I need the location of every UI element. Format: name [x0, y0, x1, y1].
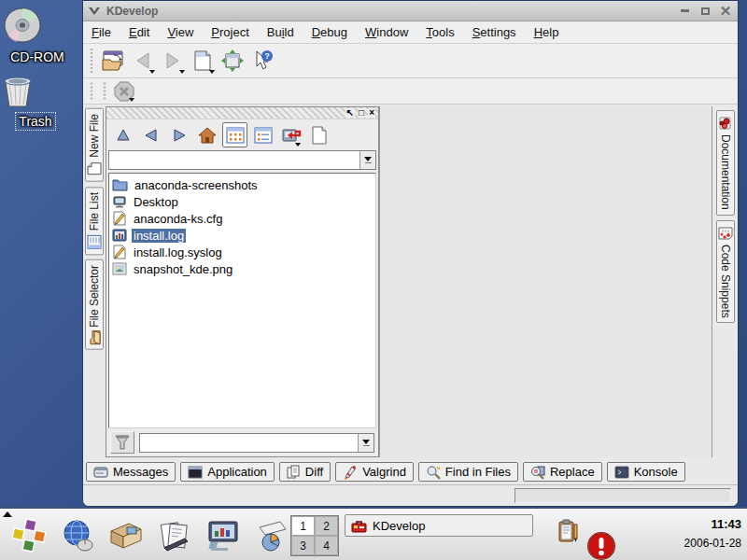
- new-file-button[interactable]: [188, 47, 218, 75]
- menu-file[interactable]: File: [92, 25, 111, 39]
- up-button[interactable]: [110, 122, 135, 147]
- back-button[interactable]: [128, 47, 158, 75]
- clock[interactable]: 11:43 2006-01-28: [684, 517, 741, 550]
- status-indicator-box: [514, 488, 731, 503]
- bottom-tab-messages[interactable]: Messages: [86, 462, 176, 482]
- bottom-tab-find-in-files[interactable]: Find in Files: [418, 462, 518, 482]
- launcher-web-browser[interactable]: [58, 516, 97, 555]
- dock-close-button[interactable]: ×: [368, 108, 375, 118]
- tab-documentation[interactable]: Documentation: [716, 110, 735, 216]
- new-file-tab-icon: [87, 161, 102, 176]
- pager-desktop-4[interactable]: 4: [315, 536, 338, 555]
- file-row[interactable]: snapshot_kde.png: [110, 260, 374, 277]
- maximize-button[interactable]: [698, 5, 712, 18]
- titlebar[interactable]: KDevelop ✕: [83, 1, 738, 21]
- filter-dropdown-button[interactable]: [358, 434, 374, 452]
- forward-button[interactable]: [166, 122, 191, 147]
- detail-view-button[interactable]: [250, 122, 275, 147]
- fullscreen-button[interactable]: [218, 47, 247, 75]
- path-dropdown-button[interactable]: [359, 151, 375, 169]
- tab-label: Messages: [113, 465, 168, 479]
- file-name: Desktop: [132, 195, 180, 209]
- redhat-menu-icon: [11, 518, 47, 553]
- home-button[interactable]: [194, 122, 219, 147]
- file-list-view[interactable]: anaconda-screenshotsDesktopanaconda-ks.c…: [108, 173, 376, 428]
- file-row[interactable]: anaconda-ks.cfg: [110, 210, 374, 227]
- tab-file-selector[interactable]: File Selector: [85, 259, 104, 350]
- menu-build[interactable]: Build: [267, 25, 294, 39]
- dock-header[interactable]: ↖□×: [106, 107, 378, 119]
- launcher-presentation[interactable]: [204, 516, 243, 555]
- launcher-spreadsheet[interactable]: [252, 516, 291, 555]
- path-combobox[interactable]: [108, 150, 376, 170]
- documentation-icon: [718, 116, 733, 131]
- path-input[interactable]: [109, 151, 359, 169]
- sync-folder-button[interactable]: [278, 122, 303, 147]
- pager-desktop-2[interactable]: 2: [315, 516, 338, 536]
- kdevelop-window: KDevelop ✕ FileEditViewProjectBuildDebug…: [82, 0, 739, 507]
- tab-label: File Selector: [88, 265, 101, 328]
- filter-row: [106, 428, 378, 456]
- desktop-icon-cdrom[interactable]: CD-ROM: [2, 7, 73, 65]
- menu-project[interactable]: Project: [211, 25, 248, 39]
- application-icon: [188, 466, 203, 479]
- calc-icon: [254, 520, 289, 552]
- undock-button[interactable]: ↖: [345, 108, 355, 118]
- alert-icon[interactable]: [586, 531, 616, 560]
- file-row[interactable]: anaconda-screenshots: [110, 176, 374, 193]
- bottom-tab-konsole[interactable]: Konsole: [607, 462, 685, 482]
- tab-new-file[interactable]: New File: [85, 108, 104, 182]
- klipper-icon[interactable]: [556, 519, 582, 545]
- launcher-email[interactable]: [106, 516, 146, 555]
- menu-tools[interactable]: Tools: [426, 25, 454, 39]
- funnel-icon: [114, 434, 131, 451]
- filter-combobox[interactable]: [139, 433, 374, 453]
- dock-maximize-button[interactable]: □: [358, 108, 365, 118]
- icon-view-button[interactable]: [222, 122, 247, 147]
- toolbar-handle[interactable]: [89, 48, 94, 74]
- tab-file-list[interactable]: File List: [85, 187, 104, 255]
- minimize-button[interactable]: [677, 5, 692, 18]
- bottom-tab-valgrind[interactable]: Valgrind: [335, 462, 414, 482]
- new-document-button[interactable]: [306, 122, 331, 147]
- launcher-applications-menu[interactable]: [9, 516, 49, 555]
- tab-label: Find in Files: [445, 465, 511, 479]
- launcher-word-processor[interactable]: [155, 516, 194, 555]
- menu-debug[interactable]: Debug: [312, 25, 347, 39]
- bottom-tab-replace[interactable]: Replace: [523, 462, 602, 482]
- menu-edit[interactable]: Edit: [129, 25, 149, 39]
- menu-help[interactable]: Help: [534, 25, 559, 39]
- stop-button[interactable]: [111, 80, 137, 103]
- forward-button[interactable]: [158, 47, 188, 75]
- open-project-button[interactable]: [98, 47, 128, 75]
- toolbar-handle[interactable]: [102, 81, 107, 101]
- file-row[interactable]: install.log: [110, 227, 374, 244]
- bottom-tab-diff[interactable]: Diff: [279, 462, 331, 482]
- menu-window[interactable]: Window: [365, 25, 408, 39]
- back-button[interactable]: [138, 122, 163, 147]
- right-dock-tabbar: DocumentationCode Snippets: [712, 105, 738, 459]
- desktop-pager: 1234: [290, 515, 339, 556]
- minimize-icon: [681, 9, 689, 12]
- file-selector-toolbar: [106, 119, 378, 150]
- impress-icon: [205, 519, 241, 553]
- whats-this-button[interactable]: ?: [247, 47, 277, 75]
- new-file-icon: [192, 49, 213, 72]
- toolbar-handle[interactable]: [89, 81, 94, 101]
- window-menu-icon[interactable]: [88, 5, 101, 18]
- close-button[interactable]: ✕: [718, 5, 733, 18]
- pager-desktop-1[interactable]: 1: [291, 516, 315, 536]
- konsole-icon: [614, 466, 629, 479]
- task-button-kdevelop[interactable]: KDevelop: [345, 514, 533, 537]
- file-row[interactable]: install.log.syslog: [110, 244, 374, 260]
- pager-desktop-3[interactable]: 3: [291, 536, 315, 555]
- file-row[interactable]: Desktop: [110, 193, 374, 210]
- tab-code-snippets[interactable]: Code Snippets: [716, 220, 735, 324]
- menu-settings[interactable]: Settings: [472, 25, 516, 39]
- bottom-tab-application[interactable]: Application: [180, 462, 275, 482]
- filter-input[interactable]: [140, 434, 358, 452]
- maximize-icon: [701, 7, 710, 15]
- desktop-icon-trash[interactable]: Trash: [0, 75, 71, 131]
- filter-button[interactable]: [110, 431, 134, 454]
- menu-view[interactable]: View: [167, 25, 193, 39]
